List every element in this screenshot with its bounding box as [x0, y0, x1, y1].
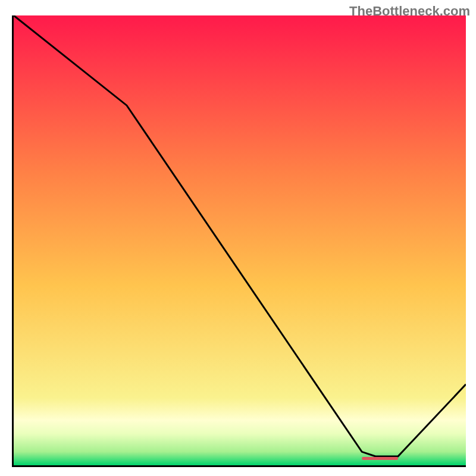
gradient-background	[14, 15, 466, 465]
chart-plot-area	[12, 15, 466, 467]
chart-svg	[14, 15, 466, 465]
watermark-text: TheBottleneck.com	[349, 4, 470, 19]
optimum-marker	[362, 457, 398, 460]
